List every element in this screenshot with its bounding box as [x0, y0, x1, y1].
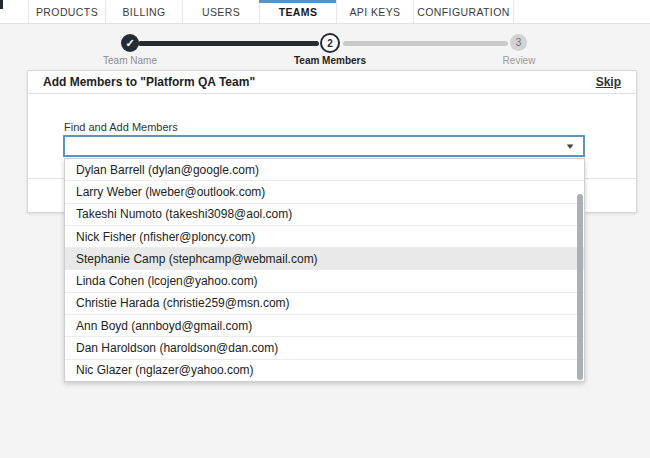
members-dropdown: Dylan Barrell (dylan@google.com) Larry W… [64, 158, 585, 382]
list-item-highlighted[interactable]: Stephanie Camp (stephcamp@webmail.com) [65, 248, 584, 270]
chevron-down-icon[interactable]: ▼ [564, 142, 575, 151]
wizard-stepper: ✓ 2 3 Team Name Team Members Review [0, 24, 650, 70]
stepper-connector-upcoming [343, 41, 508, 46]
card-header: Add Members to "Platform QA Team" Skip [28, 71, 636, 94]
list-item[interactable]: Dylan Barrell (dylan@google.com) [65, 159, 584, 181]
stepper-connector-completed [138, 41, 319, 46]
step-number: 2 [327, 38, 333, 49]
members-dropdown-list: Dylan Barrell (dylan@google.com) Larry W… [65, 159, 584, 381]
tab-products[interactable]: PRODUCTS [28, 0, 105, 23]
tab-configuration[interactable]: CONFIGURATION [413, 0, 514, 23]
check-icon: ✓ [125, 37, 134, 50]
find-members-combobox[interactable]: ▼ [63, 135, 585, 157]
list-item[interactable]: Dan Haroldson (haroldson@dan.com) [65, 337, 584, 359]
tab-billing[interactable]: BILLING [105, 0, 182, 23]
skip-link[interactable]: Skip [596, 75, 621, 89]
step-label-team-name: Team Name [95, 55, 165, 66]
tab-teams[interactable]: TEAMS [259, 0, 336, 23]
list-item[interactable]: Christie Harada (christie259@msn.com) [65, 293, 584, 315]
team-wizard-page: { "tabs": { "items": [ { "label": "PRODU… [0, 0, 650, 458]
step-label-review: Review [492, 55, 546, 66]
step-team-members-circle[interactable]: 2 [320, 33, 340, 53]
window-edge-artifact [0, 0, 3, 9]
card-title: Add Members to "Platform QA Team" [43, 75, 255, 89]
dropdown-scrollbar-thumb[interactable] [577, 194, 583, 380]
list-item[interactable]: Nic Glazer (nglazer@yahoo.com) [65, 360, 584, 381]
top-tab-bar: PRODUCTS BILLING USERS TEAMS API KEYS CO… [0, 0, 650, 24]
find-members-label: Find and Add Members [64, 121, 178, 133]
tab-api-keys[interactable]: API KEYS [336, 0, 413, 23]
tab-users[interactable]: USERS [182, 0, 259, 23]
list-item[interactable]: Linda Cohen (lcojen@yahoo.com) [65, 270, 584, 292]
list-item[interactable]: Takeshi Numoto (takeshi3098@aol.com) [65, 204, 584, 226]
step-number: 3 [516, 37, 522, 48]
list-item[interactable]: Larry Weber (lweber@outlook.com) [65, 181, 584, 203]
step-team-name-circle[interactable]: ✓ [121, 34, 139, 52]
step-review-circle[interactable]: 3 [510, 34, 527, 51]
list-item[interactable]: Nick Fisher (nfisher@ploncy.com) [65, 226, 584, 248]
list-item[interactable]: Ann Boyd (annboyd@gmail.com) [65, 315, 584, 337]
step-label-team-members: Team Members [283, 55, 377, 66]
